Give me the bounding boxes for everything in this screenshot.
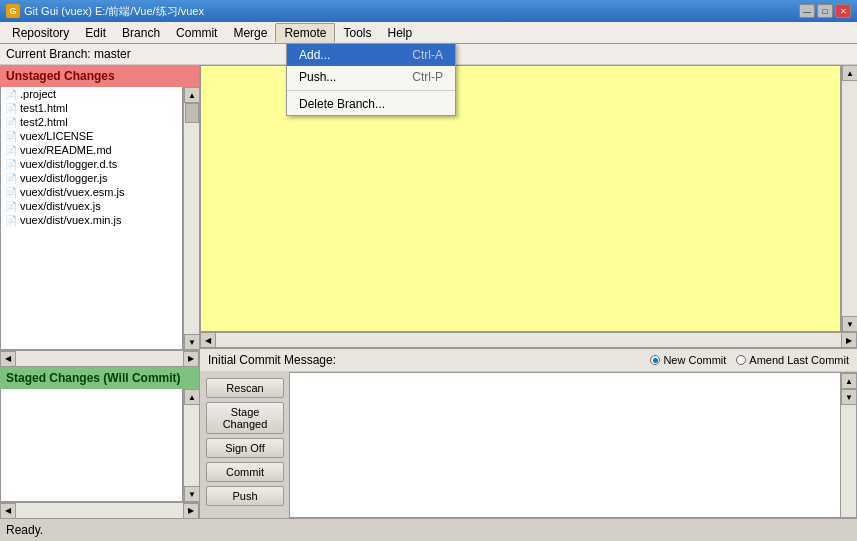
unstaged-file-list[interactable]: 📄 .project 📄 test1.html 📄 test2.html 📄 v… <box>0 87 183 350</box>
app-icon: G <box>6 4 20 18</box>
commit-area: Initial Commit Message: New Commit Amend… <box>200 349 857 518</box>
menu-repository[interactable]: Repository <box>4 23 77 43</box>
file-icon: 📄 <box>5 89 17 100</box>
commit-buttons: Rescan Stage Changed Sign Off Commit Pus… <box>200 372 290 518</box>
scroll-down-arrow[interactable]: ▼ <box>184 334 199 350</box>
scroll-right-arrow[interactable]: ▶ <box>841 332 857 348</box>
file-icon: 📄 <box>5 103 17 114</box>
minimize-button[interactable]: — <box>799 4 815 18</box>
commit-vscroll[interactable]: ▲ ▼ <box>840 373 856 517</box>
scroll-up-arrow[interactable]: ▲ <box>841 373 857 389</box>
file-icon: 📄 <box>5 215 17 226</box>
list-item[interactable]: 📄 .project <box>1 87 182 101</box>
menu-commit[interactable]: Commit <box>168 23 225 43</box>
bottom-panel: Initial Commit Message: New Commit Amend… <box>200 348 857 518</box>
radio-group: New Commit Amend Last Commit <box>650 354 849 366</box>
left-panel: Unstaged Changes 📄 .project 📄 test1.html… <box>0 65 200 518</box>
scroll-right-arrow[interactable]: ▶ <box>183 351 199 367</box>
list-item[interactable]: 📄 test2.html <box>1 115 182 129</box>
commit-button[interactable]: Commit <box>206 462 284 482</box>
scroll-up-arrow[interactable]: ▲ <box>184 389 199 405</box>
file-icon: 📄 <box>5 117 17 128</box>
title-text: Git Gui (vuex) E:/前端/Vue/练习/vuex <box>24 4 204 19</box>
current-branch-label: Current Branch: master <box>6 47 131 61</box>
dropdown-separator <box>287 90 455 91</box>
list-item[interactable]: 📄 vuex/dist/logger.d.ts <box>1 157 182 171</box>
list-item[interactable]: 📄 vuex/dist/vuex.esm.js <box>1 185 182 199</box>
menu-edit[interactable]: Edit <box>77 23 114 43</box>
menu-merge[interactable]: Merge <box>225 23 275 43</box>
list-item[interactable]: 📄 test1.html <box>1 101 182 115</box>
file-icon: 📄 <box>5 187 17 198</box>
menu-tools[interactable]: Tools <box>335 23 379 43</box>
list-item[interactable]: 📄 vuex/README.md <box>1 143 182 157</box>
scroll-up-arrow[interactable]: ▲ <box>842 65 857 81</box>
commit-text-area: ▲ ▼ <box>290 372 857 518</box>
scroll-track <box>842 81 857 316</box>
close-button[interactable]: ✕ <box>835 4 851 18</box>
staged-file-list[interactable] <box>0 389 183 502</box>
commit-header: Initial Commit Message: New Commit Amend… <box>200 349 857 372</box>
radio-circle-new[interactable] <box>650 355 660 365</box>
status-text: Ready. <box>6 523 43 537</box>
file-icon: 📄 <box>5 201 17 212</box>
staged-hscroll[interactable]: ◀ ▶ <box>0 502 199 518</box>
list-item[interactable]: 📄 vuex/dist/vuex.min.js <box>1 213 182 227</box>
scroll-track-h <box>216 333 841 347</box>
scroll-track <box>184 103 199 334</box>
right-panel: ▲ ▼ ◀ ▶ Initial Commit Message: New Comm… <box>200 65 857 518</box>
rescan-button[interactable]: Rescan <box>206 378 284 398</box>
list-item[interactable]: 📄 vuex/LICENSE <box>1 129 182 143</box>
radio-amend-commit[interactable]: Amend Last Commit <box>736 354 849 366</box>
scroll-down-arrow[interactable]: ▼ <box>184 486 199 502</box>
unstaged-hscroll[interactable]: ◀ ▶ <box>0 350 199 366</box>
commit-message-input[interactable] <box>290 373 840 517</box>
file-icon: 📄 <box>5 131 17 142</box>
push-button[interactable]: Push <box>206 486 284 506</box>
diff-vscroll[interactable]: ▲ ▼ <box>841 65 857 332</box>
menu-help[interactable]: Help <box>379 23 420 43</box>
unstaged-vscroll[interactable]: ▲ ▼ <box>183 87 199 350</box>
scroll-left-arrow[interactable]: ◀ <box>200 332 216 348</box>
file-icon: 📄 <box>5 159 17 170</box>
stage-changed-button[interactable]: Stage Changed <box>206 402 284 434</box>
dropdown-push[interactable]: Push... Ctrl-P <box>287 66 455 88</box>
scroll-right-arrow[interactable]: ▶ <box>183 503 199 519</box>
menu-branch[interactable]: Branch <box>114 23 168 43</box>
status-bar: Ready. <box>0 518 857 540</box>
commit-message-area: Rescan Stage Changed Sign Off Commit Pus… <box>200 372 857 518</box>
staged-header: Staged Changes (Will Commit) <box>0 367 199 389</box>
diff-hscroll[interactable]: ◀ ▶ <box>200 332 857 348</box>
scroll-track <box>184 405 199 486</box>
scroll-left-arrow[interactable]: ◀ <box>0 351 16 367</box>
file-icon: 📄 <box>5 145 17 156</box>
file-icon: 📄 <box>5 173 17 184</box>
list-item[interactable]: 📄 vuex/dist/logger.js <box>1 171 182 185</box>
scroll-left-arrow[interactable]: ◀ <box>0 503 16 519</box>
staged-vscroll[interactable]: ▲ ▼ <box>183 389 199 502</box>
scroll-track-h <box>16 503 183 518</box>
menu-bar: Repository Edit Branch Commit Merge Remo… <box>0 22 857 44</box>
radio-circle-amend[interactable] <box>736 355 746 365</box>
unstaged-header: Unstaged Changes <box>0 65 199 87</box>
window-controls: — □ ✕ <box>799 4 851 18</box>
scroll-up-arrow[interactable]: ▲ <box>184 87 199 103</box>
scroll-track-h <box>16 351 183 366</box>
staged-section: Staged Changes (Will Commit) ▲ ▼ ◀ ▶ <box>0 366 199 518</box>
maximize-button[interactable]: □ <box>817 4 833 18</box>
dropdown-delete-branch[interactable]: Delete Branch... <box>287 93 455 115</box>
menu-remote[interactable]: Remote <box>275 23 335 43</box>
main-content: Unstaged Changes 📄 .project 📄 test1.html… <box>0 65 857 518</box>
title-bar: G Git Gui (vuex) E:/前端/Vue/练习/vuex — □ ✕ <box>0 0 857 22</box>
remote-dropdown: Add... Ctrl-A Push... Ctrl-P Delete Bran… <box>286 43 456 116</box>
unstaged-section: Unstaged Changes 📄 .project 📄 test1.html… <box>0 65 199 366</box>
scroll-thumb[interactable] <box>185 103 199 123</box>
scroll-down-arrow[interactable]: ▼ <box>842 316 857 332</box>
radio-new-commit[interactable]: New Commit <box>650 354 726 366</box>
sign-off-button[interactable]: Sign Off <box>206 438 284 458</box>
scroll-down-arrow[interactable]: ▼ <box>841 389 857 405</box>
commit-message-label: Initial Commit Message: <box>208 353 336 367</box>
list-item[interactable]: 📄 vuex/dist/vuex.js <box>1 199 182 213</box>
dropdown-add[interactable]: Add... Ctrl-A <box>287 44 455 66</box>
